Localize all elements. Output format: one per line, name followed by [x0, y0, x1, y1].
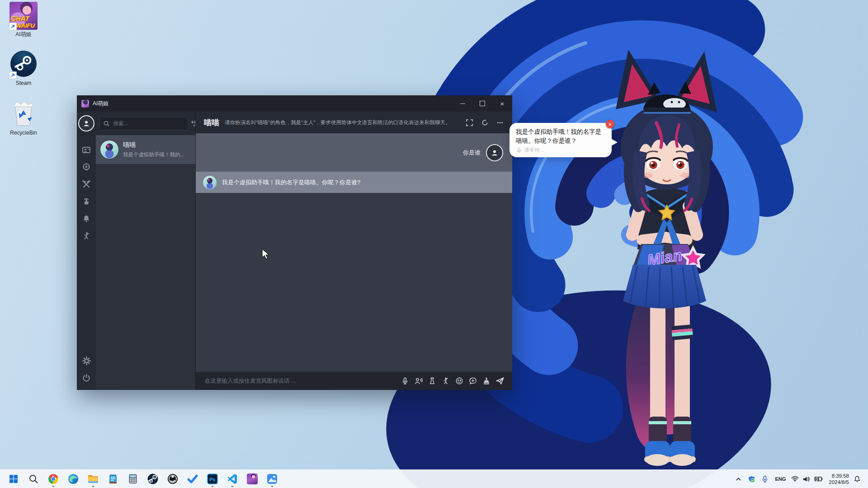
tray-notification-bell-icon[interactable]	[852, 470, 863, 488]
desktop-icon-steam[interactable]: Steam	[3, 51, 44, 87]
contact-item[interactable]: 喵喵 我是个虚拟助手哦！我的...	[96, 135, 195, 164]
clear-chat-icon[interactable]	[480, 374, 493, 388]
notification-bell-icon[interactable]	[77, 210, 96, 227]
contact-avatar	[100, 141, 118, 159]
message-input[interactable]	[204, 377, 398, 385]
tray-security-shield-icon[interactable]	[745, 470, 759, 488]
taskbar-file-explorer-icon[interactable]	[83, 470, 103, 488]
search-box[interactable]	[99, 117, 188, 130]
taskbar-search-icon[interactable]	[24, 470, 43, 488]
vtuber-character[interactable]: Mian	[583, 36, 746, 470]
system-tray: ENG 8:39:58 2024/8/5	[732, 470, 868, 488]
action-pose-icon[interactable]	[439, 374, 453, 388]
chat-header: 喵喵 请你扮演名叫"喵喵"的角色，我是"主人"，要求使用简体中文语言和简洁的口语…	[196, 112, 512, 133]
desktop-icon-chat-waifu[interactable]: CHATWAIFU AI萌娘	[3, 2, 44, 38]
more-options-icon[interactable]	[494, 117, 506, 128]
taskbar-check-app-icon[interactable]	[183, 470, 203, 488]
minimize-button[interactable]	[453, 95, 472, 112]
settings-gear-icon[interactable]	[77, 352, 96, 369]
maximize-button[interactable]	[472, 95, 492, 112]
user-message-avatar	[486, 144, 503, 161]
close-button[interactable]: ×	[492, 95, 512, 112]
voice-chat-icon[interactable]	[412, 374, 425, 388]
add-message-icon[interactable]	[466, 374, 480, 388]
desktop-icon-label: AI萌娘	[3, 32, 44, 38]
chat-title: 喵喵	[204, 117, 219, 128]
taskbar-notepad-icon[interactable]	[103, 470, 123, 488]
taskbar-chat-waifu-icon[interactable]	[242, 470, 262, 488]
window-titlebar[interactable]: AI萌娘 ×	[77, 95, 512, 112]
user-message-text: 你是谁	[463, 149, 481, 157]
app-window: AI萌娘 ×	[77, 95, 512, 390]
message-row-assistant: 我是个虚拟助手哦！我的名字是喵喵。你呢？你是谁?	[196, 172, 512, 193]
tray-battery-icon[interactable]	[812, 470, 825, 488]
refresh-icon[interactable]	[479, 117, 491, 128]
desktop-icon-list: CHATWAIFU AI萌娘 Steam	[3, 2, 44, 146]
tray-wifi-icon[interactable]	[789, 470, 801, 488]
power-icon[interactable]	[77, 369, 96, 386]
app-window-icon	[81, 100, 89, 108]
desktop-icon-recycle-bin[interactable]: RecycleBin	[3, 100, 44, 136]
taskbar-calculator-icon[interactable]	[123, 470, 143, 488]
contact-preview: 我是个虚拟助手哦！我的...	[123, 151, 184, 158]
taskbar-steam-icon[interactable]	[143, 470, 163, 488]
character-speech-bubble: × 我是个虚拟助手哦！我的名字是喵喵。你呢？你是谁？ 请等待...	[509, 123, 612, 157]
tray-time: 8:39:58	[829, 473, 849, 479]
taskbar-photos-icon[interactable]	[262, 470, 282, 488]
taskbar-edge-icon[interactable]	[63, 470, 83, 488]
nav-rail	[77, 112, 96, 390]
shortcut-arrow-icon	[9, 71, 17, 79]
tray-clock[interactable]: 8:39:58 2024/8/5	[825, 473, 852, 486]
chat-scroll-area[interactable]	[196, 193, 512, 372]
outfit-icon[interactable]	[425, 374, 439, 388]
contact-list: 喵喵 我是个虚拟助手哦！我的...	[96, 112, 195, 390]
desktop-icon-label: Steam	[3, 80, 44, 87]
desktop: { "desktop": { "icons": [ {"label": "AI萌…	[0, 0, 868, 488]
taskbar-vscode-icon[interactable]	[222, 470, 242, 488]
send-icon[interactable]	[493, 374, 507, 388]
bubble-mic-icon	[517, 147, 521, 154]
svg-text:Ps: Ps	[209, 477, 215, 482]
taskbar-chrome-icon[interactable]	[43, 470, 63, 488]
bubble-text: 我是个虚拟助手哦！我的名字是喵喵。你呢？你是谁？	[516, 127, 605, 145]
tray-date: 2024/8/5	[829, 479, 849, 485]
shortcut-arrow-icon	[9, 23, 17, 30]
chat-persona-description: 请你扮演名叫"喵喵"的角色，我是"主人"，要求使用简体中文语言和简洁的口语化表达…	[225, 119, 460, 126]
tray-chevron-up-icon[interactable]	[732, 470, 745, 488]
start-button[interactable]	[4, 470, 24, 488]
window-title: AI萌娘	[93, 100, 453, 108]
pose-icon[interactable]	[77, 227, 96, 244]
tray-volume-icon[interactable]	[801, 470, 812, 488]
fullscreen-icon[interactable]	[463, 117, 475, 128]
mouse-cursor	[261, 249, 271, 260]
recycle-bin-icon	[11, 100, 36, 127]
emoji-icon[interactable]	[453, 374, 466, 388]
bubble-tail	[610, 138, 618, 146]
chat-panel: 喵喵 请你扮演名叫"喵喵"的角色，我是"主人"，要求使用简体中文语言和简洁的口语…	[195, 112, 512, 390]
contact-name: 喵喵	[123, 141, 184, 149]
tray-language-indicator[interactable]: ENG	[771, 476, 789, 482]
assistant-message-text: 我是个虚拟助手哦！我的名字是喵喵。你呢？你是谁?	[222, 178, 360, 187]
taskbar-photoshop-icon[interactable]: Ps	[203, 470, 222, 488]
bubble-close-button[interactable]: ×	[606, 120, 614, 128]
tray-microphone-icon[interactable]	[759, 470, 771, 488]
taskbar: Ps ENG	[0, 469, 868, 488]
contacts-icon[interactable]	[77, 141, 96, 159]
touch-icon[interactable]	[77, 193, 96, 210]
bubble-status-text: 请等待...	[524, 147, 544, 154]
search-input[interactable]	[112, 120, 184, 127]
ai-agent-icon[interactable]	[77, 159, 96, 176]
tools-icon[interactable]	[77, 176, 96, 193]
assistant-avatar	[203, 176, 217, 189]
microphone-icon[interactable]	[398, 374, 412, 388]
taskbar-obs-icon[interactable]	[163, 470, 183, 488]
message-input-bar	[196, 372, 512, 390]
desktop-icon-label: RecycleBin	[3, 130, 44, 136]
search-icon	[104, 121, 109, 127]
message-row-user: 你是谁	[196, 133, 512, 172]
user-avatar[interactable]	[78, 115, 94, 131]
